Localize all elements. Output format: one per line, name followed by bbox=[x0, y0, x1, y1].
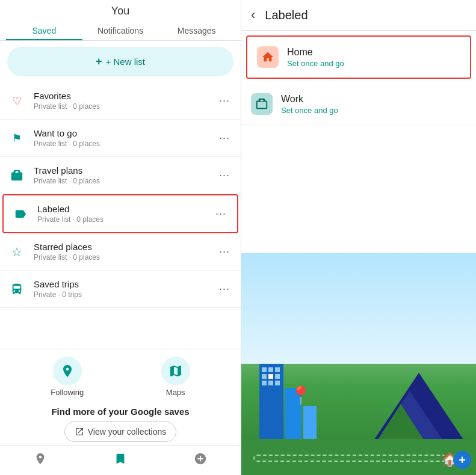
bus-icon-container bbox=[7, 280, 26, 299]
more-button-travel-plans[interactable]: ··· bbox=[215, 167, 233, 184]
more-button-want-to-go[interactable]: ··· bbox=[215, 129, 233, 147]
right-panel: ‹ Labeled Home Set once and go bbox=[241, 0, 476, 475]
new-list-button[interactable]: + + New list bbox=[7, 47, 233, 76]
list-item-labeled[interactable]: Labeled Private list · 0 places ··· bbox=[2, 194, 238, 233]
right-panel-title: Labeled bbox=[265, 8, 308, 22]
item-title-want-to-go: Want to go bbox=[34, 128, 215, 138]
item-subtitle-saved-trips: Private · 0 trips bbox=[34, 290, 215, 299]
work-icon-container bbox=[251, 93, 273, 115]
item-subtitle-travel-plans: Private list · 0 places bbox=[34, 177, 215, 185]
labeled-items-list: Home Set once and go Work Set once and g… bbox=[241, 31, 476, 253]
maps-icon-circle bbox=[161, 357, 190, 385]
labeled-content-work: Work Set once and go bbox=[281, 94, 338, 115]
tab-messages[interactable]: Messages bbox=[158, 20, 235, 40]
lists-container: ♡ Favorites Private list · 0 places ··· … bbox=[0, 82, 241, 349]
star-icon: ☆ bbox=[11, 245, 22, 259]
building-3 bbox=[303, 406, 317, 442]
item-content-labeled: Labeled Private list · 0 places bbox=[37, 204, 212, 224]
following-icon bbox=[60, 364, 75, 378]
labeled-item-home[interactable]: Home Set once and go bbox=[246, 35, 471, 79]
item-content-travel-plans: Travel plans Private list · 0 places bbox=[34, 165, 215, 185]
home-icon bbox=[261, 51, 274, 64]
item-title-favorites: Favorites bbox=[34, 91, 215, 101]
map-illustration: 📍 🏠 + bbox=[241, 253, 476, 476]
maps-item[interactable]: Maps bbox=[161, 357, 190, 397]
bottom-section: Following Maps Find more of your Google … bbox=[0, 349, 241, 475]
list-item-starred-places[interactable]: ☆ Starred places Private list · 0 places… bbox=[0, 233, 241, 271]
map-add-button[interactable]: + bbox=[453, 451, 471, 469]
find-more-section: Find more of your Google saves View your… bbox=[0, 402, 241, 446]
nav-explore[interactable] bbox=[34, 452, 47, 465]
location-icon bbox=[34, 452, 47, 465]
item-content-want-to-go: Want to go Private list · 0 places bbox=[34, 128, 215, 148]
maps-label: Maps bbox=[166, 388, 185, 397]
suitcase-icon bbox=[10, 169, 23, 182]
item-subtitle-want-to-go: Private list · 0 places bbox=[34, 139, 215, 148]
collections-btn-label: View your collections bbox=[88, 427, 166, 437]
plus-circle-icon bbox=[194, 452, 207, 465]
label-icon-container bbox=[11, 204, 30, 224]
sky-bg bbox=[241, 253, 476, 364]
new-list-label: + New list bbox=[106, 57, 145, 67]
right-header: ‹ Labeled bbox=[241, 0, 476, 31]
tab-notifications[interactable]: Notifications bbox=[82, 20, 159, 40]
item-subtitle-starred-places: Private list · 0 places bbox=[34, 253, 215, 262]
work-icon bbox=[255, 97, 268, 111]
home-icon-container bbox=[257, 46, 279, 68]
labeled-sub-home: Set once and go bbox=[287, 59, 344, 68]
bus-icon bbox=[10, 283, 23, 296]
find-more-title: Find more of your Google saves bbox=[0, 406, 241, 417]
item-title-starred-places: Starred places bbox=[34, 242, 215, 252]
bookmark-icon bbox=[114, 452, 127, 465]
nav-saved[interactable] bbox=[114, 452, 127, 465]
item-content-favorites: Favorites Private list · 0 places bbox=[34, 91, 215, 111]
user-label: You bbox=[0, 0, 241, 20]
bottom-icons-row: Following Maps bbox=[0, 357, 241, 402]
heart-icon: ♡ bbox=[12, 94, 22, 108]
more-button-favorites[interactable]: ··· bbox=[215, 92, 233, 109]
item-content-starred-places: Starred places Private list · 0 places bbox=[34, 242, 215, 262]
back-button[interactable]: ‹ bbox=[251, 7, 255, 23]
labeled-name-work: Work bbox=[281, 94, 338, 105]
tab-saved[interactable]: Saved bbox=[6, 20, 82, 40]
building-1 bbox=[259, 364, 283, 442]
item-content-saved-trips: Saved trips Private · 0 trips bbox=[34, 279, 215, 299]
external-link-icon bbox=[75, 427, 84, 437]
labeled-content-home: Home Set once and go bbox=[287, 47, 344, 68]
following-label: Following bbox=[51, 388, 84, 397]
building-windows bbox=[259, 364, 283, 389]
flag-icon-container: ⚑ bbox=[7, 129, 26, 148]
map-pin-icon: 📍 bbox=[289, 385, 312, 406]
more-button-labeled[interactable]: ··· bbox=[212, 205, 230, 222]
plus-icon: + bbox=[96, 55, 102, 68]
left-panel: You Saved Notifications Messages + + New… bbox=[0, 0, 241, 475]
more-button-saved-trips[interactable]: ··· bbox=[215, 280, 233, 298]
item-title-travel-plans: Travel plans bbox=[34, 165, 215, 176]
road bbox=[253, 455, 470, 462]
more-button-starred-places[interactable]: ··· bbox=[215, 243, 233, 260]
item-title-saved-trips: Saved trips bbox=[34, 279, 215, 289]
item-title-labeled: Labeled bbox=[37, 204, 212, 214]
label-p-icon bbox=[14, 207, 27, 221]
nav-add[interactable] bbox=[194, 452, 207, 465]
labeled-name-home: Home bbox=[287, 47, 344, 58]
item-subtitle-favorites: Private list · 0 places bbox=[34, 102, 215, 111]
list-item-favorites[interactable]: ♡ Favorites Private list · 0 places ··· bbox=[0, 82, 241, 120]
maps-icon bbox=[168, 364, 183, 378]
following-item[interactable]: Following bbox=[51, 357, 84, 397]
star-icon-container: ☆ bbox=[7, 242, 26, 262]
bottom-nav bbox=[0, 446, 241, 470]
suitcase-icon-container bbox=[7, 166, 26, 185]
view-collections-button[interactable]: View your collections bbox=[64, 421, 176, 442]
labeled-item-work[interactable]: Work Set once and go bbox=[241, 84, 476, 125]
tabs-bar: Saved Notifications Messages bbox=[0, 20, 241, 41]
labeled-sub-work: Set once and go bbox=[281, 106, 338, 115]
heart-icon-container: ♡ bbox=[7, 91, 26, 111]
item-subtitle-labeled: Private list · 0 places bbox=[37, 215, 212, 224]
following-icon-circle bbox=[53, 357, 82, 385]
flag-icon: ⚑ bbox=[12, 132, 22, 145]
list-item-saved-trips[interactable]: Saved trips Private · 0 trips ··· bbox=[0, 271, 241, 308]
list-item-want-to-go[interactable]: ⚑ Want to go Private list · 0 places ··· bbox=[0, 120, 241, 157]
list-item-travel-plans[interactable]: Travel plans Private list · 0 places ··· bbox=[0, 157, 241, 194]
